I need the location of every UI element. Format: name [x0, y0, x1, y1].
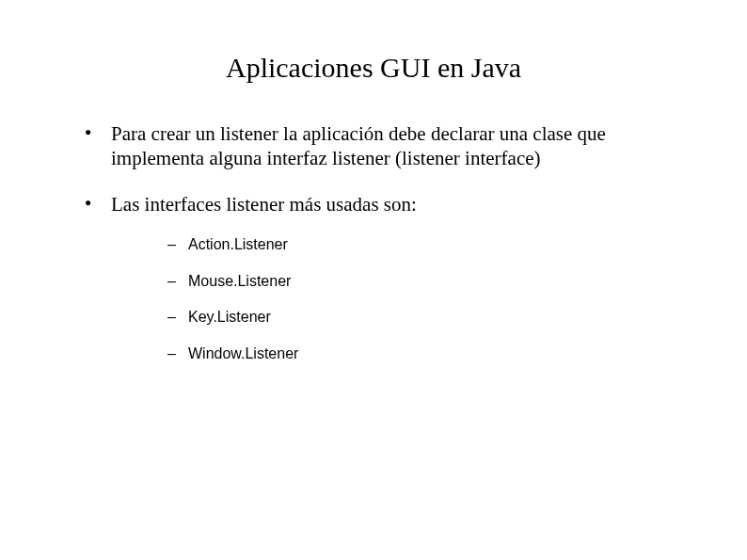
- sub-bullet-list: Action.Listener Mouse.Listener Key.Liste…: [111, 235, 700, 364]
- sub-list-item: Window.Listener: [167, 344, 700, 364]
- list-item: Para crear un listener la aplicación deb…: [85, 121, 700, 171]
- sub-list-item: Action.Listener: [167, 235, 700, 255]
- bullet-text: Para crear un listener la aplicación deb…: [111, 122, 606, 169]
- main-bullet-list: Para crear un listener la aplicación deb…: [47, 121, 700, 364]
- sub-bullet-text: Mouse.Listener: [188, 273, 291, 289]
- sub-list-item: Key.Listener: [167, 308, 700, 328]
- slide-title: Aplicaciones GUI en Java: [160, 52, 587, 84]
- sub-bullet-text: Key.Listener: [188, 309, 271, 325]
- sub-bullet-text: Window.Listener: [188, 345, 298, 361]
- bullet-text: Las interfaces listener más usadas son:: [111, 193, 417, 216]
- slide-container: Aplicaciones GUI en Java Para crear un l…: [0, 0, 747, 364]
- sub-bullet-text: Action.Listener: [188, 236, 288, 252]
- sub-list-item: Mouse.Listener: [167, 272, 700, 292]
- list-item: Las interfaces listener más usadas son: …: [85, 192, 700, 364]
